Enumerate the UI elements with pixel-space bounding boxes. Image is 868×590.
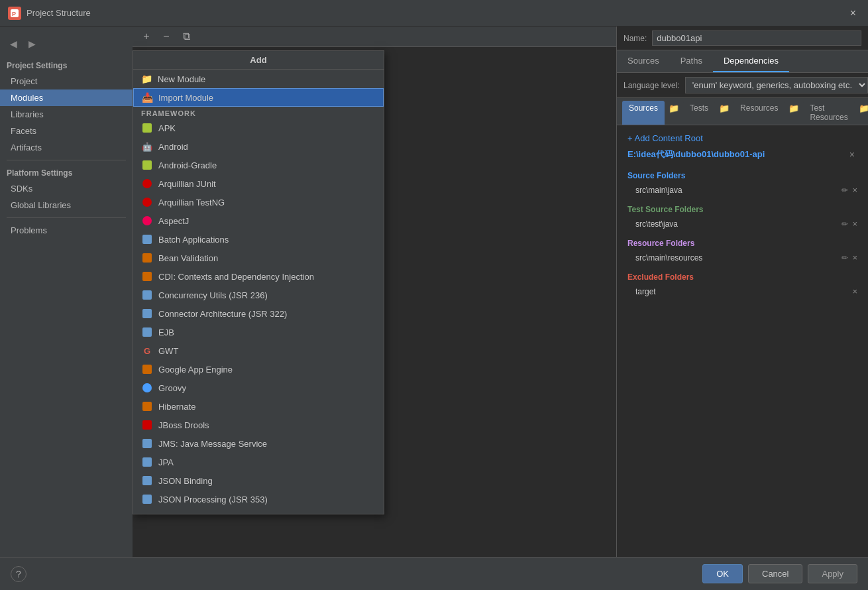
jpa-icon xyxy=(141,456,153,468)
aspectj-icon xyxy=(141,215,153,227)
framework-json-processing[interactable]: JSON Processing (JSR 353) xyxy=(133,490,384,508)
resource-folders-section: Resource Folders src\main\resources ✏ × xyxy=(622,236,863,265)
window-title: Project Structure xyxy=(27,8,846,18)
forward-button[interactable]: ▶ xyxy=(24,36,40,52)
jpa-label: JPA xyxy=(158,457,174,467)
framework-batch[interactable]: Batch Applications xyxy=(133,230,384,249)
module-name-input[interactable] xyxy=(652,30,861,46)
module-name-bar: Name: xyxy=(617,27,868,50)
bean-icon xyxy=(141,252,153,264)
ejb-label: EJB xyxy=(158,327,174,337)
path-close-button[interactable]: × xyxy=(847,149,857,160)
source-tab-tests[interactable]: Tests xyxy=(683,101,715,125)
folder-icon-excluded: 📁 xyxy=(857,101,868,125)
add-content-root-button[interactable]: + Add Content Root xyxy=(622,131,708,146)
framework-concurrency[interactable]: Concurrency Utils (JSR 236) xyxy=(133,286,384,304)
tab-sources[interactable]: Sources xyxy=(617,50,670,72)
framework-groovy[interactable]: Groovy xyxy=(133,379,384,397)
sidebar-item-facets[interactable]: Facets xyxy=(0,123,133,139)
sidebar-item-global-libraries[interactable]: Global Libraries xyxy=(0,197,133,213)
source-tab-resources[interactable]: Resources xyxy=(733,101,785,125)
center-toolbar: + − ⧉ xyxy=(133,27,616,47)
ejb-icon xyxy=(141,326,153,338)
framework-jboss[interactable]: JBoss Drools xyxy=(133,416,384,434)
nav-buttons: ◀ ▶ xyxy=(0,33,133,57)
framework-java-gradle[interactable]: Java-Gradle xyxy=(133,508,384,514)
json-binding-label: JSON Binding xyxy=(158,476,213,486)
source-tab-sources[interactable]: Sources xyxy=(622,101,665,125)
framework-section-label: Framework xyxy=(133,107,384,119)
concurrency-label: Concurrency Utils (JSR 236) xyxy=(158,290,268,300)
cdi-label: CDI: Contexts and Dependency Injection xyxy=(158,272,314,282)
test-folders-title: Test Source Folders xyxy=(622,202,863,217)
framework-connector[interactable]: Connector Architecture (JSR 322) xyxy=(133,304,384,323)
sidebar-item-libraries[interactable]: Libraries xyxy=(0,106,133,123)
excluded-folder-remove-0[interactable]: × xyxy=(852,286,857,296)
test-folder-remove-0[interactable]: × xyxy=(852,219,857,229)
framework-ejb[interactable]: EJB xyxy=(133,323,384,341)
apply-button[interactable]: Apply xyxy=(808,564,857,583)
import-module-icon: 📥 xyxy=(142,92,153,103)
framework-apk[interactable]: APK xyxy=(133,119,384,137)
main-content: ◀ ▶ Project Settings Project Modules Lib… xyxy=(0,27,868,557)
framework-jms[interactable]: JMS: Java Message Service xyxy=(133,434,384,453)
resource-folder-edit-0[interactable]: ✏ xyxy=(841,253,848,263)
help-button[interactable]: ? xyxy=(11,566,27,582)
sidebar-item-artifacts[interactable]: Artifacts xyxy=(0,139,133,156)
apk-label: APK xyxy=(158,123,176,133)
tab-paths[interactable]: Paths xyxy=(670,50,713,72)
test-folder-entry-0: src\test\java ✏ × xyxy=(622,217,863,231)
json-binding-icon xyxy=(141,475,153,487)
cancel-button[interactable]: Cancel xyxy=(748,564,802,583)
source-folder-remove-0[interactable]: × xyxy=(852,185,857,195)
framework-bean-validation[interactable]: Bean Validation xyxy=(133,249,384,267)
bean-label: Bean Validation xyxy=(158,253,218,263)
sidebar-item-modules[interactable]: Modules xyxy=(0,89,133,106)
framework-cdi[interactable]: CDI: Contexts and Dependency Injection xyxy=(133,267,384,286)
framework-jpa[interactable]: JPA xyxy=(133,453,384,471)
path-header-row: E:\idea代码\dubbo01\dubbo01-api × xyxy=(622,146,863,163)
arquillian-junit-label: Arquillian JUnit xyxy=(158,179,216,189)
sidebar-item-sdks[interactable]: SDKs xyxy=(0,180,133,197)
language-select[interactable]: 'enum' keyword, generics, autoboxing etc… xyxy=(685,77,868,93)
framework-android[interactable]: 🤖 Android xyxy=(133,137,384,156)
sidebar-item-project[interactable]: Project xyxy=(0,73,133,89)
framework-gwt[interactable]: G GWT xyxy=(133,341,384,360)
framework-gae[interactable]: Google App Engine xyxy=(133,360,384,379)
svg-text:P: P xyxy=(12,11,16,17)
aspectj-label: AspectJ xyxy=(158,216,189,226)
add-button[interactable]: + xyxy=(139,29,154,44)
framework-android-gradle[interactable]: Android-Gradle xyxy=(133,156,384,174)
remove-button[interactable]: − xyxy=(159,29,174,44)
close-button[interactable]: × xyxy=(846,6,860,21)
arquillian-testng-label: Arquillian TestNG xyxy=(158,198,225,207)
ok-button[interactable]: OK xyxy=(702,564,743,583)
hibernate-label: Hibernate xyxy=(158,402,195,412)
resource-folders-title: Resource Folders xyxy=(622,236,863,251)
framework-arquillian-testng[interactable]: Arquillian TestNG xyxy=(133,193,384,211)
import-module-item[interactable]: 📥 Import Module xyxy=(133,88,384,107)
add-dropdown-menu: Add 📁 New Module 📥 Import Module Framewo… xyxy=(133,50,384,514)
name-label: Name: xyxy=(624,34,647,43)
framework-arquillian-junit[interactable]: Arquillian JUnit xyxy=(133,174,384,193)
source-folders-title: Source Folders xyxy=(622,168,863,183)
tab-dependencies[interactable]: Dependencies xyxy=(713,50,789,72)
sidebar: ◀ ▶ Project Settings Project Modules Lib… xyxy=(0,27,133,557)
back-button[interactable]: ◀ xyxy=(5,36,21,52)
test-folder-edit-0[interactable]: ✏ xyxy=(841,219,848,229)
new-module-item[interactable]: 📁 New Module xyxy=(133,70,384,88)
jms-icon xyxy=(141,438,153,449)
framework-aspectj[interactable]: AspectJ xyxy=(133,211,384,230)
framework-json-binding[interactable]: JSON Binding xyxy=(133,471,384,490)
android-gradle-label: Android-Gradle xyxy=(158,160,217,170)
folder-icon-test-resources: 📁 xyxy=(787,101,800,125)
source-tab-test-resources[interactable]: Test Resources xyxy=(803,101,854,125)
copy-button[interactable]: ⧉ xyxy=(179,29,193,44)
add-dropdown-title: Add xyxy=(133,51,384,70)
concurrency-icon xyxy=(141,289,153,301)
resource-folder-remove-0[interactable]: × xyxy=(852,253,857,263)
resource-folder-entry-0: src\main\resources ✏ × xyxy=(622,251,863,265)
framework-hibernate[interactable]: Hibernate xyxy=(133,397,384,416)
sidebar-item-problems[interactable]: Problems xyxy=(0,222,133,239)
source-folder-edit-0[interactable]: ✏ xyxy=(841,186,848,195)
